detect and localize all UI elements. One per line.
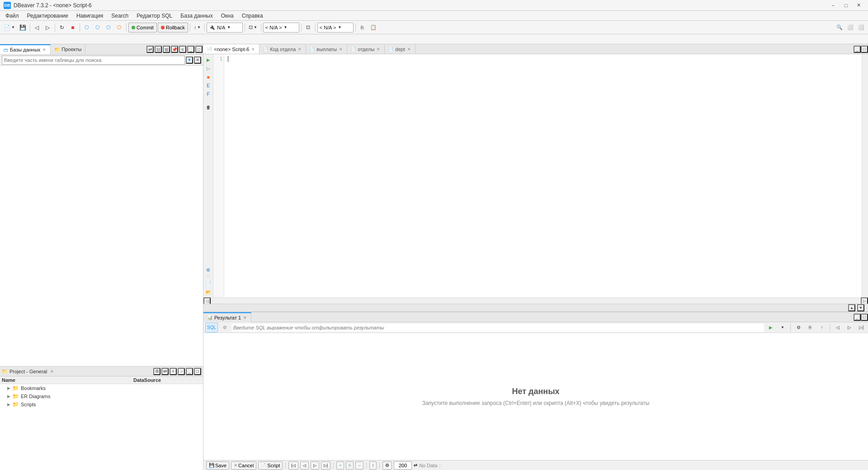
result-min-btn[interactable]: _ <box>854 314 861 321</box>
export-bottom-btn[interactable]: ↑ <box>369 461 377 470</box>
panel-expand-btn[interactable]: ⊞ <box>163 46 170 53</box>
project-tab-close[interactable]: ✕ <box>50 369 54 374</box>
editor-tab-otdely[interactable]: 📄 отделы ✕ <box>347 44 385 54</box>
result-run-btn[interactable]: ▶ <box>766 323 776 333</box>
stop-exec-icon[interactable]: ■ <box>205 73 212 80</box>
editor-tab-close-0[interactable]: ✕ <box>251 47 255 52</box>
result-export-btn[interactable]: ↑ <box>817 323 827 333</box>
toolbar-save-btn[interactable]: 💾 <box>18 23 28 33</box>
connection-extra-btn[interactable]: ⊡ ▼ <box>247 23 259 33</box>
editor-tab-close-3[interactable]: ✕ <box>376 47 381 52</box>
db-clear-btn[interactable]: ✕ <box>194 56 201 64</box>
toolbar-db-btn3[interactable]: ⬡ <box>104 23 113 33</box>
row-dup-btn[interactable]: ⎘ <box>346 461 354 470</box>
editor-tab-close-2[interactable]: ✕ <box>339 47 343 52</box>
panel-more-btn[interactable]: ≡ <box>179 46 186 53</box>
result-tab-1[interactable]: 📊 Результат 1 ✕ <box>203 312 251 322</box>
project-max-btn[interactable]: □ <box>194 368 201 375</box>
panel-maxmin-btn[interactable]: □ <box>195 46 203 53</box>
minimize-button[interactable]: − <box>827 1 839 9</box>
explain-icon[interactable]: E <box>205 82 212 89</box>
row-first-btn[interactable]: |◁ <box>288 461 298 470</box>
panel-pin-btn[interactable]: 📌 <box>171 46 178 53</box>
row-del-btn[interactable]: − <box>355 461 363 470</box>
db-search-input[interactable] <box>2 56 185 65</box>
settings-icon[interactable]: ⚙ <box>205 266 212 273</box>
project-link-btn[interactable]: ⇄ <box>161 368 169 375</box>
result-config-btn[interactable]: ⚙ <box>793 323 803 333</box>
toolbar-copy-btn[interactable]: ⎘ <box>358 23 368 33</box>
menu-search[interactable]: Search <box>108 12 132 20</box>
layout-btn1[interactable]: ⬜ <box>845 23 855 33</box>
search-btn[interactable]: 🔍 <box>835 23 844 33</box>
menu-help[interactable]: Справка <box>238 12 267 20</box>
panel-minimize-btn[interactable]: _ <box>187 46 194 53</box>
toolbar-paste-btn[interactable]: 📋 <box>368 23 378 33</box>
menu-windows[interactable]: Окна <box>217 12 237 20</box>
menu-edit[interactable]: Редактирование <box>24 12 72 20</box>
editor-tab-viplaty[interactable]: 📄 выплаты ✕ <box>306 44 347 54</box>
schema-extra-btn[interactable]: ⊡ <box>303 23 313 33</box>
connection-dropdown[interactable]: 🔌 N/A ▼ <box>207 23 243 33</box>
editor-tab-script6[interactable]: 📄 <none> Script-6 ✕ <box>203 44 259 54</box>
schema-dropdown-2[interactable]: < N/A > ▼ <box>317 23 354 33</box>
run-query-icon[interactable]: ▷ <box>205 65 212 72</box>
toolbar-new-btn[interactable]: 📄 ▼ <box>2 23 17 33</box>
cancel-bottom-btn[interactable]: ✕ Cancel <box>231 461 256 470</box>
editor-scrollbar[interactable] <box>862 54 868 297</box>
list-item[interactable]: ▶ 📁 Bookmarks <box>0 384 203 392</box>
result-expand-up-btn[interactable]: ▲ <box>848 304 855 311</box>
result-back-btn[interactable]: ◁ <box>833 323 843 333</box>
row-next-btn[interactable]: ▷ <box>311 461 319 470</box>
result-expand-down-btn[interactable]: ▼ <box>857 304 864 311</box>
tab-databases[interactable]: 🗃 Базы данных ✕ <box>0 44 51 54</box>
row-prev-btn[interactable]: ◁ <box>300 461 309 470</box>
result-fwd-btn[interactable]: ▷ <box>844 323 854 333</box>
editor-tab-close-1[interactable]: ✕ <box>297 47 302 52</box>
project-gear-btn[interactable]: ⚙ <box>153 368 160 375</box>
close-button[interactable]: ✕ <box>853 1 864 9</box>
menu-file[interactable]: Файл <box>2 12 23 20</box>
editor-tab-dept[interactable]: 📄 dept ✕ <box>385 44 415 54</box>
result-tab-close[interactable]: ✕ <box>243 315 247 320</box>
panel-collapse-btn[interactable]: ⊟ <box>155 46 162 53</box>
project-arrow-btn[interactable]: → <box>178 368 185 375</box>
panel-sync-btn[interactable]: ⇄ <box>146 46 154 53</box>
schema-dropdown-1[interactable]: < N/A > ▼ <box>263 23 299 33</box>
db-filter-btn[interactable]: ▼ <box>186 56 193 64</box>
editor-tab-close-4[interactable]: ✕ <box>407 47 411 52</box>
result-max-btn[interactable]: □ <box>861 314 868 321</box>
editor-tabs-min[interactable]: _ <box>854 46 861 53</box>
filter-toggle-btn[interactable]: ⚙ <box>220 323 230 333</box>
row-add-btn[interactable]: + <box>336 461 344 470</box>
maximize-button[interactable]: □ <box>840 1 852 9</box>
toolbar-db-btn2[interactable]: ⬡ <box>93 23 103 33</box>
db-tab-close[interactable]: ✕ <box>42 47 47 52</box>
toolbar-stop-btn[interactable]: ■ <box>68 23 78 33</box>
run-script-icon[interactable]: ▶ <box>205 56 212 63</box>
clear-icon[interactable]: 🗑 <box>205 103 212 111</box>
sql-filter-btn[interactable]: SQL <box>205 323 218 333</box>
menu-database[interactable]: База данных <box>177 12 216 20</box>
list-item[interactable]: ▶ 📁 ER Diagrams <box>0 392 203 400</box>
editor-tabs-max[interactable]: □ <box>861 46 868 53</box>
row-last-btn[interactable]: ▷| <box>321 461 330 470</box>
new-file-icon[interactable]: 📄 <box>205 280 212 287</box>
result-copy-btn[interactable]: ⎘ <box>805 323 815 333</box>
toolbar-back-btn[interactable]: ◁ <box>32 23 42 33</box>
layout-btn2[interactable]: ⬜ <box>856 23 866 33</box>
rollback-button[interactable]: Rollback <box>158 23 188 33</box>
editor-tab-kodd[interactable]: 📄 Код отдела ✕ <box>259 44 306 54</box>
project-add-btn[interactable]: + <box>170 368 177 375</box>
toolbar-forward-btn[interactable]: ▷ <box>43 23 53 33</box>
save-bottom-btn[interactable]: 💾 Save <box>206 461 229 470</box>
list-item[interactable]: ▶ 📁 Scripts <box>0 400 203 409</box>
result-run-dd-btn[interactable]: ▼ <box>778 323 788 333</box>
menu-navigate[interactable]: Навигация <box>73 12 107 20</box>
toolbar-db-btn1[interactable]: ⬡ <box>82 23 92 33</box>
row-count-input[interactable] <box>394 461 412 470</box>
result-end-btn[interactable]: ▷| <box>856 323 866 333</box>
commit-button[interactable]: Commit <box>128 23 157 33</box>
settings-bottom-btn[interactable]: ⚙ <box>382 461 392 470</box>
menu-sql-editor[interactable]: Редактор SQL <box>133 12 176 20</box>
